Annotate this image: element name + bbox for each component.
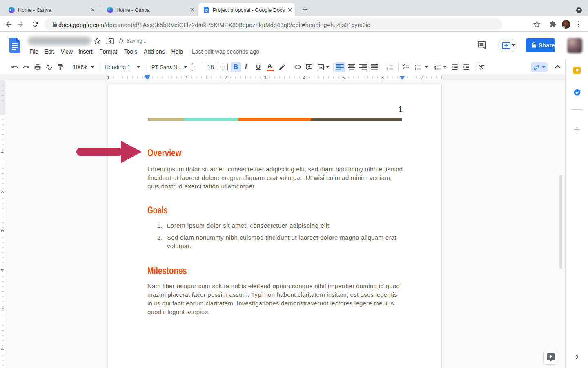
svg-text:6: 6: [0, 348, 5, 350]
svg-text:3: 3: [264, 75, 266, 80]
svg-text:1: 1: [185, 75, 188, 80]
svg-text:2: 2: [225, 75, 227, 80]
svg-text:3: 3: [0, 230, 5, 232]
svg-text:4: 4: [303, 75, 305, 80]
svg-text:2: 2: [0, 191, 5, 193]
svg-text:5: 5: [0, 308, 5, 311]
svg-text:4: 4: [0, 269, 5, 272]
svg-text:1: 1: [107, 75, 109, 80]
svg-text:5: 5: [342, 75, 345, 80]
svg-text:7: 7: [421, 75, 423, 80]
svg-text:1: 1: [0, 151, 5, 154]
svg-text:6: 6: [381, 75, 384, 80]
